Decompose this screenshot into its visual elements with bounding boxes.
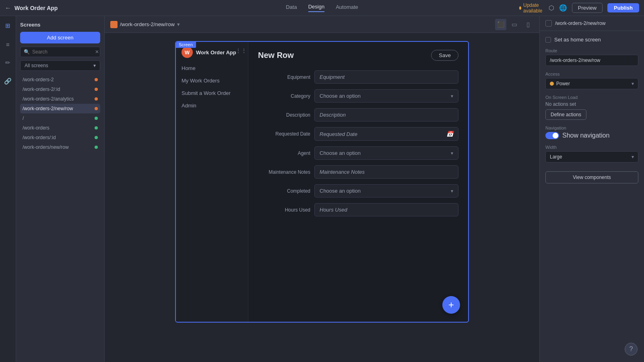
cloud-icon[interactable]: ⬡ — [549, 2, 554, 14]
access-select[interactable]: Power ▾ — [545, 78, 638, 89]
field-label-category: Category — [258, 93, 310, 99]
access-label: Access — [545, 72, 638, 76]
width-select[interactable]: Large ▾ — [545, 151, 638, 162]
help-button[interactable]: ? — [625, 343, 638, 356]
set-home-checkbox[interactable] — [545, 37, 551, 43]
screen-dot — [95, 78, 98, 81]
screen-item[interactable]: /work-orders-2 — [20, 75, 100, 84]
width-chevron-icon: ▾ — [632, 154, 634, 160]
set-home-row: Set as home screen — [545, 37, 638, 43]
field-select-category[interactable]: Choose an option ▾ — [314, 89, 458, 103]
form-field-hours-used: Hours Used Hours Used — [258, 203, 458, 216]
sidebar-item-home[interactable]: Home — [176, 62, 248, 74]
define-actions-button[interactable]: Define actions — [545, 109, 586, 120]
link-icon[interactable]: 🔗 — [2, 76, 14, 87]
nav-automate[interactable]: Automate — [336, 4, 358, 12]
set-home-label: Set as home screen — [554, 37, 601, 43]
preview-button[interactable]: Preview — [572, 3, 603, 13]
field-input-hours-used[interactable]: Hours Used — [314, 203, 458, 216]
route-label: Route — [545, 48, 638, 53]
desktop-view-icon[interactable]: ⬛ — [495, 19, 506, 30]
left-sidebar: ⊞ ≡ ✏ 🔗 Screens Add screen 🔍 ✕ All scree… — [0, 16, 105, 362]
form-field-agent: Agent Choose an option ▾ — [258, 146, 458, 160]
field-select-completed[interactable]: Choose an option ▾ — [314, 184, 458, 197]
field-label-maintenance-notes: Maintenance Notes — [258, 169, 310, 175]
field-input-maintenance-notes[interactable]: Maintenance Notes — [314, 165, 458, 179]
screen-item[interactable]: /work-orders/:id — [20, 133, 100, 142]
route-input[interactable]: /work-orders-2/new/row — [545, 55, 638, 66]
screen-item-active[interactable]: /work-orders-2/new/row — [20, 104, 100, 113]
save-button[interactable]: Save — [431, 50, 458, 61]
search-box: 🔍 ✕ — [20, 47, 100, 57]
field-label-equipment: Equipment — [258, 74, 310, 80]
sidebar-item-submit[interactable]: Submit a Work Order — [176, 87, 248, 99]
field-placeholder-agent: Choose an option — [320, 150, 361, 156]
canvas-body: Screen W Work Order App ⋮⋮ Home My Work … — [105, 33, 539, 362]
sidebar-item-admin[interactable]: Admin — [176, 99, 248, 112]
app-sidenav: W Work Order App ⋮⋮ Home My Work Orders … — [176, 42, 248, 322]
back-icon[interactable]: ← — [5, 4, 11, 12]
screens-icon[interactable]: ⊞ — [2, 20, 14, 31]
center-canvas: /work-orders-2/new/row ▾ ⬛ ▭ ▯ Screen W … — [105, 16, 539, 362]
search-clear-icon[interactable]: ✕ — [95, 49, 99, 55]
fab-button[interactable]: + — [442, 296, 460, 314]
field-label-hours-used: Hours Used — [258, 207, 310, 213]
field-input-equipment[interactable]: Equipment — [314, 70, 458, 84]
screen-badge: Screen — [175, 41, 196, 48]
show-navigation-toggle[interactable] — [545, 132, 559, 139]
app-preview: Screen W Work Order App ⋮⋮ Home My Work … — [175, 41, 469, 323]
form-field-category: Category Choose an option ▾ — [258, 89, 458, 103]
filter-dropdown[interactable]: All screens ▾ — [20, 60, 100, 71]
calendar-icon: 📅 — [446, 131, 453, 137]
field-date-requested-date[interactable]: Requested Date 📅 — [314, 127, 458, 141]
width-section: Width Large ▾ — [545, 145, 638, 162]
field-select-agent[interactable]: Choose an option ▾ — [314, 146, 458, 160]
on-screen-load-label: On screen load — [545, 95, 638, 100]
app-main-content: New Row Save Equipment Equipment Categor… — [248, 42, 468, 322]
breadcrumb-chevron-icon[interactable]: ▾ — [177, 21, 180, 27]
field-input-description[interactable]: Description — [314, 108, 458, 121]
form-title-row: New Row Save — [258, 50, 458, 61]
screen-dot — [95, 126, 98, 130]
publish-button[interactable]: Publish — [607, 3, 639, 12]
sidebar-item-my-work-orders[interactable]: My Work Orders — [176, 74, 248, 87]
topbar: ← Work Order App Data Design Automate Up… — [0, 0, 644, 16]
screen-path: /work-orders-2/:id — [23, 86, 60, 92]
form-field-equipment: Equipment Equipment — [258, 70, 458, 84]
screen-path: /work-orders-2/analytics — [23, 96, 74, 102]
topbar-left: ← Work Order App — [5, 4, 109, 12]
add-screen-button[interactable]: Add screen — [20, 32, 100, 43]
settings-icon[interactable]: 🌐 — [559, 2, 567, 14]
field-label-description: Description — [258, 112, 310, 118]
navigation-label: Navigation — [545, 125, 638, 130]
screen-dot — [95, 136, 98, 139]
form-field-completed: Completed Choose an option ▾ — [258, 184, 458, 197]
mobile-view-icon[interactable]: ▯ — [522, 19, 534, 30]
update-badge: Update available — [519, 2, 543, 14]
search-input[interactable] — [32, 49, 93, 55]
right-panel: /work-orders-2/new/row Set as home scree… — [539, 16, 644, 362]
breadcrumb-path: /work-orders-2/new/row — [120, 21, 175, 27]
chevron-down-icon: ▾ — [451, 93, 453, 99]
tablet-view-icon[interactable]: ▭ — [509, 19, 520, 30]
nav-data[interactable]: Data — [286, 4, 297, 12]
components-icon[interactable]: ≡ — [2, 39, 14, 50]
screen-item[interactable]: /work-orders — [20, 123, 100, 133]
form-field-maintenance-notes: Maintenance Notes Maintenance Notes — [258, 165, 458, 179]
width-value: Large — [550, 154, 562, 160]
screen-item[interactable]: /work-orders-2/:id — [20, 84, 100, 94]
access-value: Power — [556, 81, 570, 86]
form-field-requested-date: Requested Date Requested Date 📅 — [258, 127, 458, 141]
show-navigation-label: Show navigation — [562, 132, 609, 139]
search-icon: 🔍 — [24, 49, 30, 55]
nav-design[interactable]: Design — [308, 4, 324, 12]
app-title: Work Order App — [14, 5, 58, 11]
screen-item[interactable]: /work-orders-2/analytics — [20, 94, 100, 104]
screen-path: /work-orders — [23, 125, 50, 131]
theme-icon[interactable]: ✏ — [2, 57, 14, 68]
screen-dot — [95, 97, 98, 101]
view-components-button[interactable]: View components — [545, 171, 638, 183]
screen-item[interactable]: / — [20, 113, 100, 123]
chevron-down-icon: ▾ — [451, 150, 453, 156]
screen-item[interactable]: /work-orders/new/row — [20, 142, 100, 152]
